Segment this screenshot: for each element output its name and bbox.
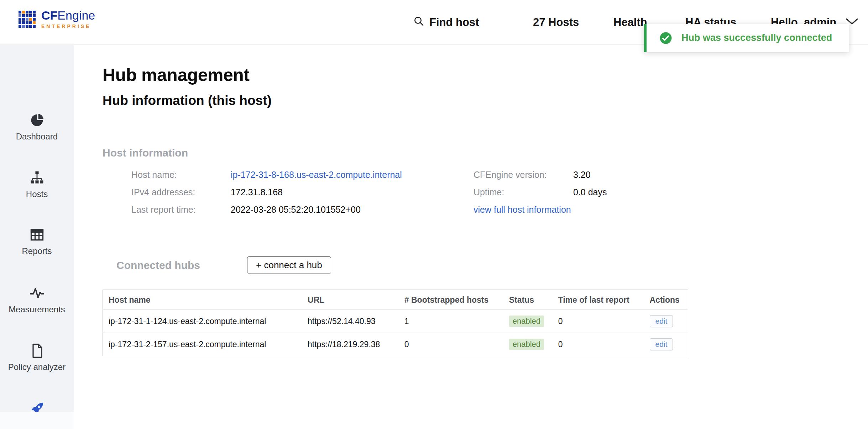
cell-url: https://52.14.40.93 (302, 310, 399, 333)
status-badge: enabled (509, 316, 544, 327)
divider (103, 235, 786, 235)
status-badge: enabled (509, 339, 544, 350)
column-header-bootstrapped: # Bootstrapped hosts (399, 290, 503, 310)
last-report-label: Last report time: (131, 204, 231, 216)
find-host-button[interactable]: Find host (413, 0, 479, 45)
sidebar-item-hosts[interactable]: Hosts (0, 170, 74, 199)
toast-notification: Hub was successfully connected (644, 24, 849, 52)
page-title: Hub management (103, 65, 868, 85)
divider (103, 129, 786, 129)
uptime-value: 0.0 days (573, 186, 786, 198)
ipv4-label: IPv4 addresses: (131, 186, 231, 198)
hosts-icon (0, 170, 74, 187)
nav-health[interactable]: Health (613, 0, 647, 45)
success-check-icon (659, 32, 672, 44)
last-report-value: 2022-03-28 05:52:20.101552+00 (231, 204, 474, 216)
connected-hubs-heading: Connected hubs (116, 259, 200, 271)
dashboard-icon (0, 112, 74, 129)
column-header-host-name: Host name (103, 290, 302, 310)
rocket-icon (0, 401, 74, 418)
edit-button[interactable]: edit (650, 315, 673, 327)
sidebar-item-label: Hub management (9, 420, 66, 429)
policy-analyzer-icon (0, 343, 74, 360)
logo-text-cf: CF (41, 9, 57, 22)
cell-url: https://18.219.29.38 (302, 333, 399, 356)
cell-last-report: 0 (553, 333, 644, 356)
table-row: ip-172-31-1-124.us-east-2.compute.intern… (103, 310, 688, 333)
reports-icon (0, 227, 74, 244)
toast-message: Hub was successfully connected (681, 32, 832, 43)
host-information-heading: Host information (103, 147, 868, 159)
column-header-url: URL (302, 290, 399, 310)
column-header-status: Status (503, 290, 553, 310)
cell-bootstrapped: 0 (399, 333, 503, 356)
column-header-last-report: Time of last report (553, 290, 644, 310)
column-header-actions: Actions (644, 290, 688, 310)
cell-bootstrapped: 1 (399, 310, 503, 333)
find-host-label: Find host (429, 16, 479, 29)
sidebar-item-label: Reports (0, 246, 74, 256)
host-name-link[interactable]: ip-172-31-8-168.us-east-2.compute.intern… (231, 169, 474, 181)
host-information-left: Host name: ip-172-31-8-168.us-east-2.com… (131, 169, 474, 216)
cell-host-name: ip-172-31-2-157.us-east-2.compute.intern… (103, 333, 302, 356)
sidebar-item-label: Dashboard (0, 132, 74, 142)
logo-text-engine: Engine (57, 9, 95, 22)
sidebar-item-label: Policy analyzer (0, 362, 74, 372)
table-header-row: Host name URL # Bootstrapped hosts Statu… (103, 290, 688, 310)
connect-hub-button[interactable]: + connect a hub (247, 256, 331, 274)
sidebar-item-label: Measurements (0, 304, 74, 314)
cfengine-logo-text: CFEngine ENTERPRISE (41, 9, 95, 29)
cfengine-version-value: 3.20 (573, 169, 786, 181)
hosts-count-label: 27 Hosts (533, 16, 579, 29)
edit-button[interactable]: edit (650, 338, 673, 350)
host-information-right: CFEngine version: 3.20 Uptime: 0.0 days … (474, 169, 786, 216)
nav-hosts-count[interactable]: 27 Hosts (533, 0, 579, 45)
page-subtitle: Hub information (this host) (103, 93, 868, 108)
search-icon (413, 15, 424, 30)
uptime-label: Uptime: (474, 186, 573, 198)
measurements-icon (0, 285, 74, 302)
sidebar-item-label: Hosts (0, 189, 74, 199)
table-row: ip-172-31-2-157.us-east-2.compute.intern… (103, 333, 688, 356)
ipv4-value: 172.31.8.168 (231, 186, 474, 198)
main-content: Hub management Hub information (this hos… (74, 45, 868, 429)
host-name-label: Host name: (131, 169, 231, 181)
connected-hubs-table: Host name URL # Bootstrapped hosts Statu… (103, 290, 688, 356)
cfengine-logo[interactable]: CFEngine ENTERPRISE (19, 9, 95, 29)
cell-last-report: 0 (553, 310, 644, 333)
view-full-host-information-link[interactable]: view full host information (474, 204, 786, 216)
logo-text-enterprise: ENTERPRISE (41, 23, 95, 29)
sidebar-item-reports[interactable]: Reports (0, 227, 74, 256)
health-label: Health (613, 16, 647, 29)
sidebar-item-hub-management[interactable]: Hub management (0, 401, 74, 429)
sidebar-item-dashboard[interactable]: Dashboard (0, 112, 74, 142)
cfengine-version-label: CFEngine version: (474, 169, 573, 181)
cell-host-name: ip-172-31-1-124.us-east-2.compute.intern… (103, 310, 302, 333)
cfengine-logo-mark (19, 11, 36, 28)
sidebar: Dashboard Hosts (0, 45, 74, 429)
sidebar-item-measurements[interactable]: Measurements (0, 285, 74, 314)
sidebar-item-policy-analyzer[interactable]: Policy analyzer (0, 343, 74, 372)
host-information-panel: Host name: ip-172-31-8-168.us-east-2.com… (131, 169, 786, 216)
connected-hubs-header: Connected hubs + connect a hub (116, 256, 868, 274)
